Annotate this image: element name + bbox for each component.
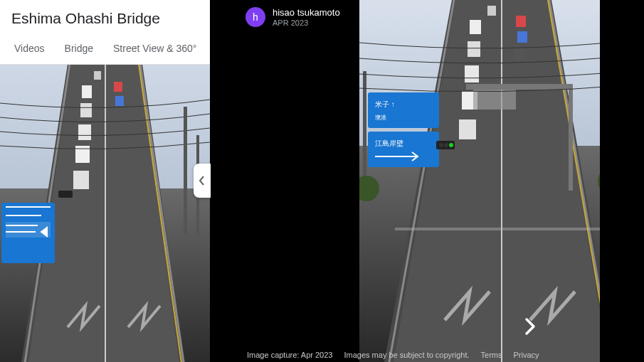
svg-rect-57 [395,228,608,230]
chevron-left-icon [199,176,206,186]
tab-streetview[interactable]: Street View & 360° [103,34,206,64]
viewer-left-margin [210,0,359,362]
svg-point-55 [444,143,448,147]
svg-rect-33 [470,20,481,34]
svg-rect-38 [516,16,526,27]
svg-text:米子 ↑: 米子 ↑ [375,100,395,108]
svg-rect-41 [487,6,496,16]
svg-rect-17 [6,206,51,208]
attribution-text: hisao tsukamoto APR 2023 [273,7,340,28]
svg-text:境港: 境港 [374,115,386,121]
svg-rect-15 [94,71,101,80]
svg-rect-10 [78,124,91,140]
svg-rect-52 [363,71,366,178]
svg-rect-45 [368,132,439,167]
author-name[interactable]: hisao tsukamoto [273,7,340,18]
privacy-link[interactable]: Privacy [514,351,539,359]
svg-rect-20 [6,225,38,226]
avatar[interactable]: h [246,7,265,27]
svg-rect-34 [468,41,480,57]
svg-rect-13 [114,82,122,92]
svg-rect-49 [569,84,573,191]
tab-bridge[interactable]: Bridge [55,34,103,64]
tab-videos[interactable]: Videos [4,34,55,64]
svg-rect-24 [58,191,73,198]
next-photo-button[interactable] [516,312,544,341]
photo-footer: Image capture: Apr 2023 Images may be su… [247,351,539,359]
photo-viewer: h hisao tsukamoto APR 2023 [210,0,644,362]
svg-text:江島岸壁: 江島岸壁 [375,139,403,147]
svg-rect-37 [459,119,476,139]
terms-link[interactable]: Terms [481,351,502,359]
viewer-right-margin [600,0,644,362]
svg-rect-21 [184,107,187,235]
svg-rect-42 [368,92,439,128]
left-thumbnail[interactable] [0,65,210,362]
svg-rect-35 [465,65,479,82]
svg-rect-47 [466,84,573,90]
svg-rect-14 [115,96,124,106]
svg-rect-12 [73,171,89,189]
left-panel: Eshima Ohashi Bridge Videos Bridge Stree… [0,0,210,362]
svg-rect-48 [473,90,516,110]
photo-date: APR 2023 [273,18,340,28]
svg-point-54 [439,143,443,147]
copyright-label: Images may be subject to copyright. [344,351,469,359]
svg-rect-11 [75,146,90,163]
svg-rect-40 [514,48,524,60]
capture-date-label: Image capture: Apr 2023 [247,351,332,359]
svg-rect-8 [82,85,92,98]
collapse-panel-button[interactable] [194,164,211,198]
svg-rect-9 [80,103,92,117]
svg-rect-39 [517,31,527,43]
tabs-row: Videos Bridge Street View & 360° [0,34,210,65]
svg-rect-18 [6,215,41,216]
svg-point-56 [449,143,453,147]
photo-attribution[interactable]: h hisao tsukamoto APR 2023 [246,7,340,28]
page-title: Eshima Ohashi Bridge [0,0,210,34]
chevron-right-icon [524,316,537,336]
